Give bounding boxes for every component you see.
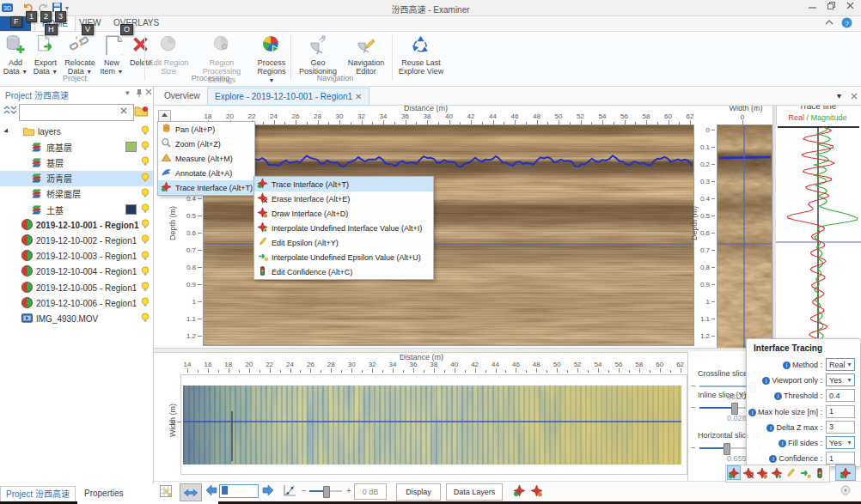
tree-item-沥青层[interactable]: 沥青层 <box>0 171 153 186</box>
restore-button[interactable] <box>823 2 840 14</box>
tool-erase-interface[interactable] <box>742 465 755 480</box>
tree-item-2019-12-10-005---Region1[interactable]: 2019-12-10-005 - Region1 <box>0 280 153 295</box>
doc-tab-explore[interactable]: Explore - 2019-12-10-001 - Region1 ✕ <box>207 88 369 106</box>
ribbon-collapse-icon[interactable] <box>825 19 834 28</box>
tool-edit-epsilon[interactable] <box>784 465 797 480</box>
dock-tab-project[interactable]: Project 汾西高速 <box>0 486 76 501</box>
visibility-bulb-icon[interactable] <box>139 140 153 154</box>
tool-trace-interface[interactable] <box>727 465 741 480</box>
visibility-bulb-icon[interactable] <box>139 218 153 232</box>
scroll-right-icon[interactable] <box>262 484 274 498</box>
gain-slider-handle[interactable] <box>323 486 330 498</box>
panel-dropdown-icon[interactable]: ▾ <box>125 88 130 97</box>
collapse-all-icon[interactable] <box>3 105 10 117</box>
ribbon-button-add-data[interactable]: AddData ▼ <box>2 33 29 82</box>
menu-item-trace-interface-alt+t-[interactable]: Trace Interface (Alt+T) <box>158 180 254 195</box>
tool-draw-interface[interactable] <box>755 465 769 480</box>
slider-handle-horizontal-slice-z-[interactable] <box>724 443 730 455</box>
submenu-item-interpolate-undefined-interface-value-alt+i-[interactable]: Interpolate Undefined Interface Value (A… <box>254 221 433 235</box>
field-method[interactable]: Real▼ <box>826 358 855 371</box>
tree-item-2019-12-10-002---Region1[interactable]: 2019-12-10-002 - Region1 <box>0 233 153 248</box>
visibility-bulb-icon[interactable] <box>139 172 153 185</box>
trace-line-plot[interactable] <box>776 125 861 349</box>
submenu-item-erase-interface-alt+e-[interactable]: Erase Interface (Alt+E) <box>254 191 433 206</box>
gain-plus[interactable]: + <box>346 486 351 495</box>
field-max-hole-size-m[interactable]: 1 <box>826 405 855 418</box>
search-input[interactable] <box>19 104 134 121</box>
ribbon-button-reuse-last-explore-view[interactable]: Reuse LastExplore View <box>395 33 447 82</box>
visibility-bulb-icon[interactable] <box>139 296 153 310</box>
submenu-item-interpolate-undefined-epsilon-value-alt+u-[interactable]: Interpolate Undefined Epsilon Value (Alt… <box>254 250 433 264</box>
visibility-bulb-icon[interactable] <box>139 203 153 216</box>
search-clear-icon[interactable] <box>120 106 127 116</box>
visibility-bulb-icon[interactable] <box>139 187 153 201</box>
tree-item-底基层[interactable]: 底基层 <box>0 139 153 155</box>
gain-curve-icon[interactable] <box>283 484 296 499</box>
visibility-bulb-icon[interactable] <box>139 312 153 325</box>
plan-heatmap[interactable] <box>183 386 681 465</box>
pan-mode-button[interactable] <box>180 483 202 501</box>
visibility-bulb-icon[interactable] <box>139 155 153 169</box>
tab-overlays[interactable]: OVERLAYS <box>107 15 166 30</box>
submenu-item-edit-confidence-alt+c-[interactable]: Edit Confidence (Alt+C) <box>254 264 433 279</box>
tree-item-IMG_4930-MOV[interactable]: IMG_4930.MOV <box>0 311 153 326</box>
submenu-item-draw-interface-alt+d-[interactable]: Draw Interface (Alt+D) <box>254 206 433 221</box>
gain-minus[interactable]: − <box>302 486 307 495</box>
ribbon-button-process-regions[interactable]: ProcessRegions ▼ <box>254 33 289 82</box>
menu-item-annotate-alt+a-[interactable]: Annotate (Alt+A) <box>158 166 254 180</box>
tree-item-基层[interactable]: 基层 <box>0 155 153 170</box>
expand-all-icon[interactable] <box>10 105 17 117</box>
tool-edit-confidence[interactable] <box>813 465 827 480</box>
thumbnail-grid-icon[interactable] <box>160 485 172 499</box>
width-crossline-strip[interactable] <box>717 124 772 349</box>
tree-item-2019-12-10-001---Region1[interactable]: 2019-12-10-001 - Region1 <box>0 217 153 233</box>
minimize-button[interactable] <box>804 2 821 14</box>
tab-close-icon[interactable]: ✕ <box>355 92 362 101</box>
scroll-left-icon[interactable] <box>205 484 217 498</box>
field-delta-z-max[interactable]: 3 <box>826 421 855 434</box>
tree-item-layers[interactable]: layers <box>0 124 153 139</box>
slider-minus-horizontal-slice-z-[interactable]: − <box>691 443 696 452</box>
data-layers-button[interactable]: Data Layers <box>446 483 503 501</box>
axis-collapse-button[interactable] <box>158 110 171 122</box>
visibility-bulb-icon[interactable] <box>139 281 153 295</box>
tree-expander-icon[interactable] <box>3 127 10 137</box>
slider-handle-inline-slice-y-[interactable] <box>731 403 738 415</box>
dock-tab-properties[interactable]: Properties <box>79 486 129 501</box>
field-viewport-only[interactable]: Yes▼ <box>826 373 855 386</box>
field-fill-sides[interactable]: Yes▼ <box>826 436 855 449</box>
menu-item-measure-alt+m-[interactable]: Measure (Alt+M) <box>158 151 254 166</box>
visibility-bulb-icon[interactable] <box>139 234 153 247</box>
search-folder-icon[interactable] <box>134 104 149 118</box>
submenu-item-edit-epsilon-alt+y-[interactable]: Edit Epsilon (Alt+Y) <box>254 235 433 250</box>
slider-minus-inline-slice-y-[interactable]: − <box>691 403 696 412</box>
color-swatch[interactable] <box>125 204 137 215</box>
tool-interpolate-interface[interactable] <box>770 465 784 480</box>
tabbar-dropdown-icon[interactable]: ▾ <box>837 91 841 100</box>
erase-interface-quick-icon[interactable] <box>530 484 543 499</box>
tree-item-2019-12-10-003---Region1[interactable]: 2019-12-10-003 - Region1 <box>0 249 153 264</box>
tool-interpolate-epsilon[interactable] <box>798 465 812 480</box>
doc-tab-overview[interactable]: Overview <box>157 88 207 104</box>
tree-item-2019-12-10-004---Region1[interactable]: 2019-12-10-004 - Region1 <box>0 264 153 280</box>
slider-minus-crossline-slice-x-[interactable]: − <box>691 381 696 391</box>
color-swatch[interactable] <box>125 142 137 152</box>
field-threshold[interactable]: 0.4 <box>826 389 855 402</box>
tabbar-close-icon[interactable] <box>851 92 858 101</box>
panel-close-icon[interactable] <box>145 88 152 97</box>
tree-item-桥梁面层[interactable]: 桥梁面层 <box>0 186 153 202</box>
visibility-bulb-icon[interactable] <box>139 124 153 138</box>
menu-item-zoom-alt+z-[interactable]: Zoom (Alt+Z) <box>158 137 254 151</box>
active-tool-trace-interface[interactable] <box>835 465 856 481</box>
display-button[interactable]: Display <box>396 483 441 501</box>
sync-grip-icon[interactable] <box>840 485 851 497</box>
tree-item-土基[interactable]: 土基 <box>0 202 153 217</box>
close-button[interactable] <box>842 2 859 14</box>
menu-item-pan-alt+p-[interactable]: Pan (Alt+P) <box>158 122 254 137</box>
scroll-range-thumb[interactable] <box>222 486 228 495</box>
tree-item-2019-12-10-006---Region1[interactable]: 2019-12-10-006 - Region1 <box>0 295 153 311</box>
panel-pin-icon[interactable] <box>136 88 143 99</box>
submenu-item-trace-interface-alt+t-[interactable]: Trace Interface (Alt+T) <box>254 177 433 191</box>
trace-interface-quick-icon[interactable] <box>513 484 526 499</box>
visibility-bulb-icon[interactable] <box>139 265 153 279</box>
